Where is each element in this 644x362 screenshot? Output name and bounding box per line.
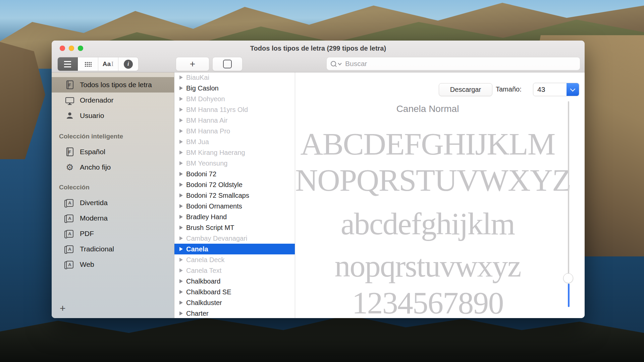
collection-icon: A	[66, 199, 73, 207]
disclosure-triangle-icon[interactable]	[179, 150, 183, 155]
font-list-item[interactable]: BM Hanna 11yrs Old	[174, 104, 295, 115]
disclosure-triangle-icon[interactable]	[179, 129, 183, 133]
slider-thumb[interactable]	[563, 273, 573, 283]
font-list-item[interactable]: Chalkboard	[174, 276, 295, 287]
sidebar-item-user[interactable]: Usuario	[52, 108, 174, 123]
sidebar-item-label: Divertida	[80, 199, 108, 207]
search-icon	[331, 61, 336, 66]
wallpaper-cliff-left	[0, 42, 45, 159]
titlebar[interactable]: Todos los tipos de letra (299 tipos de l…	[52, 41, 585, 55]
sidebar-item-pdf[interactable]: A PDF	[52, 226, 174, 241]
list-view-button[interactable]	[58, 57, 78, 71]
sidebar-item-label: Español	[80, 148, 105, 156]
font-name: BM Hanna Pro	[186, 127, 230, 135]
collection-icon: A	[66, 261, 73, 268]
window-content: F Todos los tipos de letra Ordenador Usu…	[52, 72, 585, 318]
preview-pane-toggle-button[interactable]	[212, 57, 243, 71]
sidebar-section-smart-collection: Colección inteligente	[52, 129, 174, 144]
font-list-item[interactable]: Canela Deck	[174, 254, 295, 265]
font-list-item[interactable]: Chalkduster	[174, 297, 295, 308]
add-font-button[interactable]: +	[176, 57, 209, 71]
disclosure-triangle-icon[interactable]	[179, 279, 183, 283]
disclosure-triangle-icon[interactable]	[179, 118, 183, 122]
disclosure-triangle-icon[interactable]	[179, 86, 183, 90]
disclosure-triangle-icon[interactable]	[179, 215, 183, 219]
disclosure-triangle-icon[interactable]	[179, 75, 183, 79]
disclosure-triangle-icon[interactable]	[179, 236, 183, 240]
sidebar-item-all-fonts[interactable]: F Todos los tipos de letra	[52, 77, 174, 93]
disclosure-triangle-icon[interactable]	[179, 172, 183, 176]
disclosure-triangle-icon[interactable]	[179, 258, 183, 262]
grid-view-button[interactable]	[78, 57, 98, 71]
disclosure-triangle-icon[interactable]	[179, 193, 183, 197]
font-list-item[interactable]: Bodoni 72 Smallcaps	[174, 190, 295, 201]
sidebar-item-moderna[interactable]: A Moderna	[52, 210, 174, 226]
font-name: BM Hanna 11yrs Old	[186, 106, 248, 114]
font-list-item[interactable]: BM Hanna Pro	[174, 126, 295, 136]
font-list-item[interactable]: BM Kirang Haerang	[174, 147, 295, 158]
font-list-item[interactable]: Bodoni 72 Oldstyle	[174, 179, 295, 190]
preview-pane: Descargar Tamaño: 43 Canela Normal ABCDE…	[295, 72, 585, 318]
sample-line-uppercase-1: ABCDEFGHIJKLM	[295, 128, 560, 160]
font-name: BM Kirang Haerang	[186, 149, 245, 157]
sidebar-item-spanish[interactable]: F Español	[52, 144, 174, 160]
add-collection-button[interactable]: +	[60, 303, 66, 313]
disclosure-triangle-icon[interactable]	[179, 247, 183, 251]
slider-fill[interactable]	[568, 284, 570, 307]
search-scope-chevron-icon[interactable]	[338, 61, 341, 65]
disclosure-triangle-icon[interactable]	[179, 311, 183, 315]
font-name: BM Dohyeon	[186, 95, 225, 103]
disclosure-triangle-icon[interactable]	[179, 301, 183, 305]
font-book-window: Todos los tipos de letra (299 tipos de l…	[52, 41, 585, 318]
font-name: BM Jua	[186, 138, 209, 146]
sidebar-section-collection: Colección	[52, 180, 174, 195]
font-name: Chalkboard SE	[186, 288, 231, 296]
font-name: Bradley Hand	[186, 213, 227, 221]
font-list-item[interactable]: Canela Text	[174, 265, 295, 276]
disclosure-triangle-icon[interactable]	[179, 290, 183, 294]
font-list-item[interactable]: Cambay Devanagari	[174, 233, 295, 244]
font-list-item[interactable]: BM Yeonsung	[174, 158, 295, 169]
book-icon: F	[66, 147, 73, 156]
sidebar-item-label: Ancho fijo	[80, 163, 111, 171]
font-sample: ABCDEFGHIJKLM NOPQRSTUVWXYZ abcdefghijkl…	[295, 72, 560, 318]
font-name: BM Yeonsung	[186, 160, 227, 167]
disclosure-triangle-icon[interactable]	[179, 204, 183, 208]
disclosure-triangle-icon[interactable]	[179, 140, 183, 144]
font-list-item[interactable]: Charter	[174, 308, 295, 318]
font-list-item[interactable]: Bradley Hand	[174, 212, 295, 222]
sidebar-item-web[interactable]: A Web	[52, 257, 174, 272]
search-input[interactable]	[344, 59, 576, 68]
font-list-item[interactable]: Canela	[174, 244, 295, 254]
disclosure-triangle-icon[interactable]	[179, 97, 183, 101]
font-list-item[interactable]: Brush Script MT	[174, 222, 295, 233]
collection-icon: A	[66, 215, 73, 222]
font-list-item[interactable]: BM Hanna Air	[174, 115, 295, 126]
font-list-item[interactable]: BM Jua	[174, 136, 295, 147]
info-icon: i	[124, 60, 133, 69]
font-name: Cambay Devanagari	[186, 235, 247, 242]
slider-track[interactable]	[568, 101, 569, 274]
sample-view-button[interactable]: AaI	[98, 57, 118, 71]
disclosure-triangle-icon[interactable]	[179, 226, 183, 230]
view-segmented-control: AaI i	[57, 57, 139, 71]
font-list-item[interactable]: BM Dohyeon	[174, 94, 295, 104]
sidebar-item-fixed-width[interactable]: ⚙ Ancho fijo	[52, 160, 174, 175]
sidebar-item-label: Usuario	[80, 112, 104, 120]
font-list-item[interactable]: Bodoni 72	[174, 169, 295, 179]
disclosure-triangle-icon[interactable]	[179, 268, 183, 273]
disclosure-triangle-icon[interactable]	[179, 161, 183, 165]
disclosure-triangle-icon[interactable]	[179, 183, 183, 187]
sidebar-item-divertida[interactable]: A Divertida	[52, 195, 174, 210]
font-list-item[interactable]: Bodoni Ornaments	[174, 201, 295, 212]
font-list-item[interactable]: Big Caslon	[174, 83, 295, 94]
disclosure-triangle-icon[interactable]	[179, 108, 183, 112]
search-field[interactable]	[326, 57, 580, 70]
sidebar-item-computer[interactable]: Ordenador	[52, 93, 174, 108]
sidebar-item-tradicional[interactable]: A Tradicional	[52, 241, 174, 257]
info-view-button[interactable]: i	[118, 57, 138, 71]
font-list-item[interactable]: BiauKai	[174, 72, 295, 83]
font-name: Charter	[186, 310, 209, 317]
font-list-item[interactable]: Chalkboard SE	[174, 287, 295, 297]
gear-icon: ⚙	[66, 163, 73, 172]
